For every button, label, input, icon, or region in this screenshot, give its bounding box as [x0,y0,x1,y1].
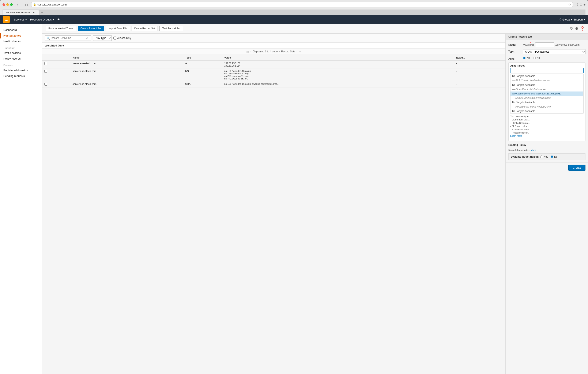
dropdown-item-3: — CloudFront distributions — [511,87,583,92]
new-tab-button[interactable]: + [584,3,586,7]
import-zone-file-button[interactable]: Import Zone File [106,26,130,31]
col-evaluate: Evalu... [454,55,505,61]
create-button[interactable]: Create [568,165,586,171]
evaluate-yes-radio[interactable] [540,156,543,158]
dashboard-label: Dashboard [3,28,17,32]
first-page-button[interactable]: ⏮ [246,50,249,53]
content-area: Back to Hosted Zones Create Record Set I… [42,24,588,374]
record-table: Name Type Value Evalu... serverless-stac… [42,55,505,88]
sidebar-item-pending-requests[interactable]: Pending requests [0,73,42,79]
resize-button[interactable]: □ [580,3,582,7]
name-input[interactable] [535,43,554,47]
row-checkbox-0[interactable] [44,62,47,65]
services-label: Services [14,18,24,21]
dropdown-item-4[interactable]: www.demo.serverless-stack.com. (d1fu8eyh… [511,92,583,96]
prev-page-button[interactable]: ‹ [250,50,251,53]
support-button[interactable]: Support ▾ [573,18,585,21]
back-nav-button[interactable]: ‹ [16,2,19,7]
help-icon[interactable]: ❓ [580,26,585,31]
type-select[interactable]: Any Type [93,35,112,41]
name-form-label: Name: [508,43,521,46]
alias-hint: You can also type: - CloudFront distr...… [510,115,584,138]
active-tab[interactable]: console.aws.amazon.com [2,10,39,15]
table-row[interactable]: serverless-stack.com. A 192.30.252.153 1… [42,61,505,68]
dropdown-item-2[interactable]: No Targets Available [511,83,583,87]
health-checks-label: Health checks [3,40,21,43]
create-record-panel: Create Record Set Name: ↓ www.demo .serv [506,34,588,374]
url-text: console.aws.amazon.com [37,3,567,6]
row-name-1: serverless-stack.com. [70,68,183,81]
routing-policy-desc: Route 53 responds... More [508,149,586,152]
resource-groups-button[interactable]: Resource Groups ▾ [29,18,56,21]
traffic-lights [2,3,13,6]
col-value: Value [222,55,454,61]
minimize-button[interactable] [6,3,9,6]
sidebar-item-traffic-policies[interactable]: Traffic policies [0,50,42,56]
row-evaluate-0: - [454,61,505,68]
add-tab-button[interactable]: + [39,10,45,15]
dropdown-item-6[interactable]: No Targets Available [511,100,583,105]
row-checkbox-2[interactable] [44,83,47,85]
registered-domains-label: Registered domains [3,69,28,72]
resource-groups-label: Resource Groups [30,18,52,21]
filter-label: Weighted Only [42,43,505,49]
region-button[interactable]: Global ▾ [562,18,573,21]
services-chevron-icon: ▾ [25,18,27,21]
back-to-hosted-zones-button[interactable]: Back to Hosted Zones [46,26,76,31]
sidebar-item-health-checks[interactable]: Health checks [0,38,42,44]
sidebar-item-registered-domains[interactable]: Registered domains [0,67,42,73]
aliases-only-checkbox[interactable] [113,37,116,40]
search-icon: 🔍 [47,37,50,40]
aws-navbar: ☁ Services ▾ Resource Groups ▾ ★ ♡ Globa… [0,15,588,24]
test-record-set-button[interactable]: Test Record Set [159,26,183,31]
alias-target-input[interactable] [510,68,584,73]
row-checkbox-1[interactable] [44,70,47,73]
notifications-button[interactable]: ♡ [559,18,562,21]
create-record-set-button[interactable]: Create Record Set [78,26,104,31]
bookmarks-button[interactable]: ★ [56,18,61,21]
row-value-2: ns-1667.awsdns-16.co.uk. awsdns-hostmast… [222,81,454,88]
search-input[interactable] [51,37,85,40]
close-button[interactable] [2,3,5,6]
type-select-full[interactable]: AAAA – IPv6 address [523,49,586,54]
evaluate-no-text: No [554,155,557,158]
alias-target-section: Alias Target: No Targets Available— ELB … [508,62,586,141]
routing-policy-label: Routing Policy [508,143,526,146]
next-page-button[interactable]: › [296,50,297,53]
dropdown-item-0[interactable]: No Targets Available [511,74,583,78]
settings-icon[interactable]: ⚙ [575,26,578,31]
table-row[interactable]: serverless-stack.com. SOA ns-1667.awsdns… [42,81,505,88]
dropdown-item-8[interactable]: No Targets Available [511,109,583,113]
aliases-only-label[interactable]: Aliases Only [113,37,131,40]
search-clear-icon[interactable]: ✕ [85,37,88,40]
col-type: Type [183,55,222,61]
alias-yes-radio[interactable] [523,57,525,59]
sidebar-item-policy-records[interactable]: Policy records [0,56,42,62]
learn-more-link[interactable]: Learn More [510,135,522,137]
services-menu-button[interactable]: Services ▾ [12,18,29,21]
evaluate-yes-label[interactable]: Yes [540,155,548,158]
record-list-pane: 🔍 ✕ Any Type Aliases Only Weighted Only [42,34,506,374]
sidebar-item-hosted-zones[interactable]: Hosted zones [0,33,42,38]
evaluate-yes-text: Yes [544,155,548,158]
share-button[interactable]: ⇧ [576,2,579,7]
alias-no-label[interactable]: No [533,56,540,59]
table-row[interactable]: serverless-stack.com. NS ns-1667.awsdns-… [42,68,505,81]
alias-no-radio[interactable] [533,57,536,59]
sidebar-item-dashboard[interactable]: Dashboard [0,27,42,33]
evaluate-no-label[interactable]: No [551,155,557,158]
alias-yes-label[interactable]: Yes [523,56,531,59]
search-bar: 🔍 ✕ Any Type Aliases Only [42,34,505,43]
evaluate-no-radio[interactable] [551,156,553,158]
last-page-button[interactable]: ⏭ [299,50,302,53]
refresh-icon[interactable]: ↻ [570,26,573,31]
sidebar-toggle-button[interactable]: ▢ [25,3,28,6]
reload-button[interactable]: ⟳ [568,3,571,6]
forward-nav-button[interactable]: › [20,2,23,7]
delete-record-set-button[interactable]: Delete Record Set [132,26,158,31]
alias-row: Alias: Yes No [508,56,586,60]
routing-more-link[interactable]: More [531,149,536,151]
alias-target-dropdown: No Targets Available— ELB Classic load b… [510,74,584,114]
maximize-button[interactable] [10,3,13,6]
alias-form-label: Alias: [508,56,521,60]
